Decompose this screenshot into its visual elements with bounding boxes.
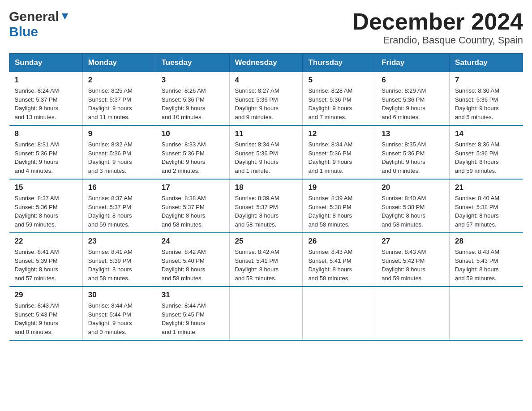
day-number: 18 bbox=[235, 183, 297, 192]
day-info: Sunrise: 8:36 AMSunset: 5:36 PMDaylight:… bbox=[455, 140, 517, 175]
day-info: Sunrise: 8:39 AMSunset: 5:38 PMDaylight:… bbox=[308, 194, 370, 229]
day-number: 7 bbox=[455, 76, 517, 85]
calendar-cell bbox=[450, 287, 523, 340]
calendar-cell: 30Sunrise: 8:44 AMSunset: 5:44 PMDayligh… bbox=[82, 287, 156, 340]
day-info: Sunrise: 8:25 AMSunset: 5:37 PMDaylight:… bbox=[88, 86, 150, 121]
calendar-cell: 11Sunrise: 8:34 AMSunset: 5:36 PMDayligh… bbox=[229, 125, 303, 179]
day-info: Sunrise: 8:35 AMSunset: 5:36 PMDaylight:… bbox=[382, 140, 444, 175]
logo-arrow-icon bbox=[60, 12, 70, 21]
header-cell-saturday: Saturday bbox=[450, 54, 523, 72]
day-info: Sunrise: 8:41 AMSunset: 5:39 PMDaylight:… bbox=[88, 248, 150, 283]
calendar-week-4: 22Sunrise: 8:41 AMSunset: 5:39 PMDayligh… bbox=[9, 233, 523, 287]
calendar-cell: 18Sunrise: 8:39 AMSunset: 5:37 PMDayligh… bbox=[229, 179, 303, 233]
calendar-cell: 20Sunrise: 8:40 AMSunset: 5:38 PMDayligh… bbox=[376, 179, 450, 233]
day-number: 28 bbox=[455, 237, 517, 246]
calendar-cell: 23Sunrise: 8:41 AMSunset: 5:39 PMDayligh… bbox=[82, 233, 156, 287]
calendar-cell: 15Sunrise: 8:37 AMSunset: 5:36 PMDayligh… bbox=[9, 179, 83, 233]
day-number: 10 bbox=[162, 129, 224, 138]
calendar-cell: 5Sunrise: 8:28 AMSunset: 5:36 PMDaylight… bbox=[303, 72, 376, 126]
calendar-cell: 14Sunrise: 8:36 AMSunset: 5:36 PMDayligh… bbox=[450, 125, 523, 179]
day-info: Sunrise: 8:44 AMSunset: 5:45 PMDaylight:… bbox=[162, 301, 224, 336]
calendar-cell bbox=[229, 287, 303, 340]
title-block: December 2024 Erandio, Basque Country, S… bbox=[352, 9, 523, 46]
calendar-cell: 16Sunrise: 8:37 AMSunset: 5:37 PMDayligh… bbox=[82, 179, 156, 233]
day-number: 3 bbox=[162, 76, 224, 85]
calendar-cell: 10Sunrise: 8:33 AMSunset: 5:36 PMDayligh… bbox=[156, 125, 229, 179]
day-info: Sunrise: 8:33 AMSunset: 5:36 PMDaylight:… bbox=[162, 140, 224, 175]
day-info: Sunrise: 8:28 AMSunset: 5:36 PMDaylight:… bbox=[308, 86, 370, 121]
logo: General Blue bbox=[9, 9, 70, 39]
header-cell-thursday: Thursday bbox=[303, 54, 376, 72]
calendar-cell: 4Sunrise: 8:27 AMSunset: 5:36 PMDaylight… bbox=[229, 72, 303, 126]
calendar-cell: 13Sunrise: 8:35 AMSunset: 5:36 PMDayligh… bbox=[376, 125, 450, 179]
day-number: 31 bbox=[162, 291, 224, 300]
day-number: 25 bbox=[235, 237, 297, 246]
calendar-table: SundayMondayTuesdayWednesdayThursdayFrid… bbox=[9, 53, 523, 341]
day-number: 5 bbox=[308, 76, 370, 85]
day-info: Sunrise: 8:41 AMSunset: 5:39 PMDaylight:… bbox=[15, 248, 77, 283]
day-info: Sunrise: 8:42 AMSunset: 5:40 PMDaylight:… bbox=[162, 248, 224, 283]
day-info: Sunrise: 8:29 AMSunset: 5:36 PMDaylight:… bbox=[382, 86, 444, 121]
day-number: 22 bbox=[15, 237, 77, 246]
header-cell-friday: Friday bbox=[376, 54, 450, 72]
day-number: 9 bbox=[88, 129, 150, 138]
day-info: Sunrise: 8:24 AMSunset: 5:37 PMDaylight:… bbox=[15, 86, 77, 121]
day-info: Sunrise: 8:34 AMSunset: 5:36 PMDaylight:… bbox=[308, 140, 370, 175]
calendar-cell: 12Sunrise: 8:34 AMSunset: 5:36 PMDayligh… bbox=[303, 125, 376, 179]
svg-marker-0 bbox=[62, 13, 68, 20]
day-number: 16 bbox=[88, 183, 150, 192]
header-cell-tuesday: Tuesday bbox=[156, 54, 229, 72]
calendar-cell: 9Sunrise: 8:32 AMSunset: 5:36 PMDaylight… bbox=[82, 125, 156, 179]
day-number: 19 bbox=[308, 183, 370, 192]
calendar-header: SundayMondayTuesdayWednesdayThursdayFrid… bbox=[9, 54, 523, 72]
day-info: Sunrise: 8:30 AMSunset: 5:36 PMDaylight:… bbox=[455, 86, 517, 121]
day-number: 24 bbox=[162, 237, 224, 246]
day-number: 26 bbox=[308, 237, 370, 246]
day-number: 11 bbox=[235, 129, 297, 138]
day-number: 1 bbox=[15, 76, 77, 85]
calendar-cell: 25Sunrise: 8:42 AMSunset: 5:41 PMDayligh… bbox=[229, 233, 303, 287]
calendar-cell: 8Sunrise: 8:31 AMSunset: 5:36 PMDaylight… bbox=[9, 125, 83, 179]
day-info: Sunrise: 8:40 AMSunset: 5:38 PMDaylight:… bbox=[455, 194, 517, 229]
day-number: 13 bbox=[382, 129, 444, 138]
day-number: 29 bbox=[15, 291, 77, 300]
month-title: December 2024 bbox=[352, 9, 523, 34]
header-cell-wednesday: Wednesday bbox=[229, 54, 303, 72]
day-number: 21 bbox=[455, 183, 517, 192]
calendar-body: 1Sunrise: 8:24 AMSunset: 5:37 PMDaylight… bbox=[9, 72, 523, 341]
calendar-cell: 17Sunrise: 8:38 AMSunset: 5:37 PMDayligh… bbox=[156, 179, 229, 233]
page-header: General Blue December 2024 Erandio, Basq… bbox=[9, 9, 523, 46]
calendar-cell: 24Sunrise: 8:42 AMSunset: 5:40 PMDayligh… bbox=[156, 233, 229, 287]
day-number: 4 bbox=[235, 76, 297, 85]
calendar-week-2: 8Sunrise: 8:31 AMSunset: 5:36 PMDaylight… bbox=[9, 125, 523, 179]
day-info: Sunrise: 8:26 AMSunset: 5:36 PMDaylight:… bbox=[162, 86, 224, 121]
day-info: Sunrise: 8:37 AMSunset: 5:37 PMDaylight:… bbox=[88, 194, 150, 229]
day-number: 14 bbox=[455, 129, 517, 138]
calendar-cell: 27Sunrise: 8:43 AMSunset: 5:42 PMDayligh… bbox=[376, 233, 450, 287]
logo-blue: Blue bbox=[9, 24, 38, 39]
calendar-cell: 26Sunrise: 8:43 AMSunset: 5:41 PMDayligh… bbox=[303, 233, 376, 287]
day-info: Sunrise: 8:34 AMSunset: 5:36 PMDaylight:… bbox=[235, 140, 297, 175]
calendar-cell: 6Sunrise: 8:29 AMSunset: 5:36 PMDaylight… bbox=[376, 72, 450, 126]
day-info: Sunrise: 8:37 AMSunset: 5:36 PMDaylight:… bbox=[15, 194, 77, 229]
calendar-cell: 29Sunrise: 8:43 AMSunset: 5:43 PMDayligh… bbox=[9, 287, 83, 340]
day-number: 12 bbox=[308, 129, 370, 138]
calendar-cell: 21Sunrise: 8:40 AMSunset: 5:38 PMDayligh… bbox=[450, 179, 523, 233]
calendar-week-5: 29Sunrise: 8:43 AMSunset: 5:43 PMDayligh… bbox=[9, 287, 523, 340]
logo-general: General bbox=[9, 9, 59, 24]
day-info: Sunrise: 8:43 AMSunset: 5:43 PMDaylight:… bbox=[455, 248, 517, 283]
header-cell-monday: Monday bbox=[82, 54, 156, 72]
day-number: 17 bbox=[162, 183, 224, 192]
calendar-week-3: 15Sunrise: 8:37 AMSunset: 5:36 PMDayligh… bbox=[9, 179, 523, 233]
day-number: 27 bbox=[382, 237, 444, 246]
day-info: Sunrise: 8:31 AMSunset: 5:36 PMDaylight:… bbox=[15, 140, 77, 175]
calendar-cell: 7Sunrise: 8:30 AMSunset: 5:36 PMDaylight… bbox=[450, 72, 523, 126]
day-number: 2 bbox=[88, 76, 150, 85]
calendar-cell bbox=[376, 287, 450, 340]
day-info: Sunrise: 8:43 AMSunset: 5:43 PMDaylight:… bbox=[15, 301, 77, 336]
calendar-cell: 31Sunrise: 8:44 AMSunset: 5:45 PMDayligh… bbox=[156, 287, 229, 340]
day-number: 15 bbox=[15, 183, 77, 192]
header-cell-sunday: Sunday bbox=[9, 54, 83, 72]
calendar-cell: 19Sunrise: 8:39 AMSunset: 5:38 PMDayligh… bbox=[303, 179, 376, 233]
calendar-cell: 28Sunrise: 8:43 AMSunset: 5:43 PMDayligh… bbox=[450, 233, 523, 287]
